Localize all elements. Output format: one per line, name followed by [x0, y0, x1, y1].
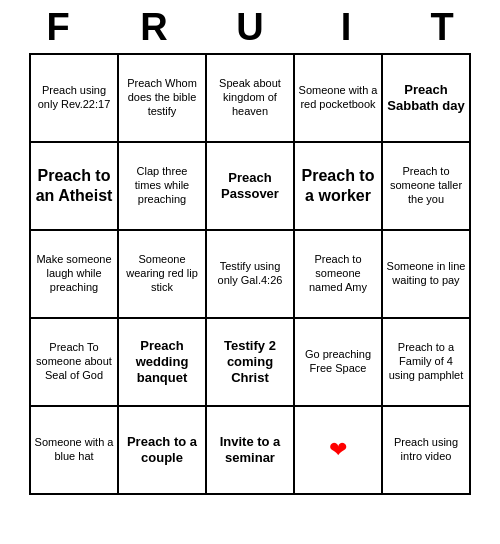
cell-1-1[interactable]: Clap three times while preaching: [119, 143, 207, 231]
cell-3-1[interactable]: Preach wedding banquet: [119, 319, 207, 407]
title-letter-u: U: [206, 6, 294, 49]
cell-4-2[interactable]: Invite to a seminar: [207, 407, 295, 495]
title-letter-f: F: [14, 6, 102, 49]
title-letter-i: I: [302, 6, 390, 49]
cell-4-0[interactable]: Someone with a blue hat: [31, 407, 119, 495]
cell-3-3[interactable]: Go preaching Free Space: [295, 319, 383, 407]
cell-3-2[interactable]: Testify 2 coming Christ: [207, 319, 295, 407]
cell-1-4[interactable]: Preach to someone taller the you: [383, 143, 471, 231]
cell-1-3[interactable]: Preach to a worker: [295, 143, 383, 231]
cell-3-0[interactable]: Preach To someone about Seal of God: [31, 319, 119, 407]
cell-0-0[interactable]: Preach using only Rev.22:17: [31, 55, 119, 143]
cell-4-4[interactable]: Preach using intro video: [383, 407, 471, 495]
cell-4-3[interactable]: ❤: [295, 407, 383, 495]
cell-2-0[interactable]: Make someone laugh while preaching: [31, 231, 119, 319]
cell-1-2[interactable]: Preach Passover: [207, 143, 295, 231]
cell-1-0[interactable]: Preach to an Atheist: [31, 143, 119, 231]
title-letter-t: T: [398, 6, 486, 49]
cell-4-1[interactable]: Preach to a couple: [119, 407, 207, 495]
cell-0-1[interactable]: Preach Whom does the bible testify: [119, 55, 207, 143]
cell-2-2[interactable]: Testify using only Gal.4:26: [207, 231, 295, 319]
cell-3-4[interactable]: Preach to a Family of 4 using pamphlet: [383, 319, 471, 407]
cell-0-2[interactable]: Speak about kingdom of heaven: [207, 55, 295, 143]
cell-0-3[interactable]: Someone with a red pocketbook: [295, 55, 383, 143]
cell-2-3[interactable]: Preach to someone named Amy: [295, 231, 383, 319]
cell-2-4[interactable]: Someone in line waiting to pay: [383, 231, 471, 319]
title-letter-r: R: [110, 6, 198, 49]
cell-0-4[interactable]: Preach Sabbath day: [383, 55, 471, 143]
heart-icon: ❤: [329, 436, 347, 464]
bingo-grid: Preach using only Rev.22:17 Preach Whom …: [29, 53, 471, 495]
bingo-title: F R U I T: [10, 0, 490, 53]
cell-2-1[interactable]: Someone wearing red lip stick: [119, 231, 207, 319]
